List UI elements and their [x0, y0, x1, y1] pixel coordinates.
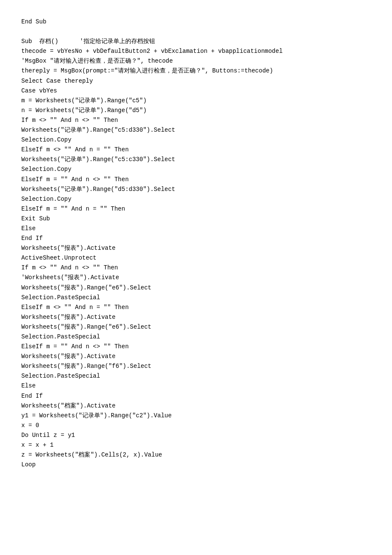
code-content: End Sub Sub 存档() '指定给记录单上的存档按钮 thecode =…: [21, 17, 371, 470]
